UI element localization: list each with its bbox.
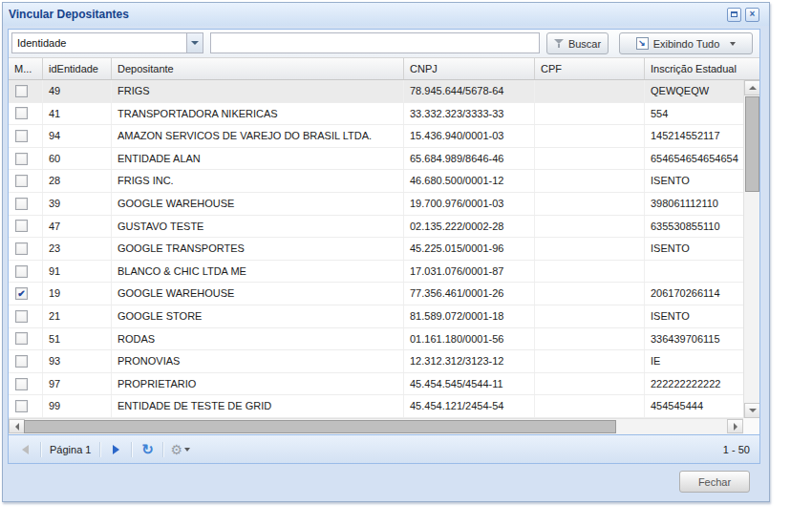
column-header-cnpj[interactable]: CNPJ bbox=[404, 58, 535, 79]
cell-inscricao_estadual: 206170266114 bbox=[645, 283, 743, 305]
row-select-cell bbox=[9, 103, 43, 125]
cell-cnpj: 45.454.545/4544-11 bbox=[404, 373, 535, 395]
buscar-button[interactable]: Buscar bbox=[546, 32, 609, 54]
cell-cnpj: 78.945.644/5678-64 bbox=[404, 80, 535, 102]
row-checkbox-checked[interactable]: ✔ bbox=[15, 287, 28, 300]
table-row[interactable]: ✔19GOOGLE WAREHOUSE77.356.461/0001-26206… bbox=[9, 283, 743, 305]
cell-identidade: 49 bbox=[43, 80, 112, 102]
cell-cpf bbox=[535, 148, 645, 170]
next-page-button[interactable] bbox=[107, 441, 124, 458]
column-header-cpf[interactable]: CPF bbox=[535, 58, 645, 79]
column-header-identidade[interactable]: idEntidade bbox=[43, 58, 112, 79]
row-select-cell bbox=[9, 238, 43, 260]
row-select-cell bbox=[9, 305, 43, 327]
combo-trigger-button[interactable] bbox=[186, 33, 203, 53]
scroll-up-button[interactable] bbox=[744, 80, 760, 95]
cell-cpf bbox=[535, 373, 645, 395]
table-row[interactable]: 49FRIGS78.945.644/5678-64QEWQEQW bbox=[9, 80, 743, 103]
gear-icon: ⚙ bbox=[170, 443, 182, 456]
row-checkbox-unchecked[interactable] bbox=[15, 310, 28, 323]
cell-cpf bbox=[535, 261, 645, 283]
cell-depositante: GOOGLE TRANSPORTES bbox=[112, 238, 404, 260]
table-row[interactable]: 60ENTIDADE ALAN65.684.989/8646-466546546… bbox=[9, 148, 743, 171]
row-checkbox-unchecked[interactable] bbox=[15, 242, 28, 255]
exibindo-tudo-button[interactable]: ↘ Exibindo Tudo bbox=[619, 32, 753, 54]
table-row[interactable]: 28FRIGS INC.46.680.500/0001-12ISENTO bbox=[9, 170, 743, 193]
settings-menu-button[interactable]: ⚙ bbox=[170, 443, 190, 456]
row-checkbox-unchecked[interactable] bbox=[15, 355, 28, 368]
cell-depositante: GOOGLE STORE bbox=[112, 305, 404, 327]
table-row[interactable]: 23GOOGLE TRANSPORTES45.225.015/0001-96IS… bbox=[9, 238, 743, 261]
horizontal-scrollbar-thumb[interactable] bbox=[24, 420, 616, 433]
table-row[interactable]: 94AMAZON SERVICOS DE VAREJO DO BRASIL LT… bbox=[9, 125, 743, 148]
vertical-scrollbar-thumb[interactable] bbox=[745, 96, 759, 192]
scroll-left-button[interactable] bbox=[9, 419, 25, 433]
column-header-inscricao-estadual[interactable]: Inscrição Estadual bbox=[645, 58, 759, 79]
cell-inscricao_estadual: 635530855110 bbox=[645, 216, 743, 238]
row-select-cell bbox=[9, 216, 43, 238]
cell-depositante: PRONOVIAS bbox=[112, 350, 404, 372]
refresh-button[interactable]: ↻ bbox=[139, 441, 156, 458]
cell-inscricao_estadual: ISENTO bbox=[645, 305, 743, 327]
cell-depositante: FRIGS bbox=[112, 80, 404, 102]
row-select-cell bbox=[9, 80, 43, 102]
cell-cnpj: 46.680.500/0001-12 bbox=[404, 170, 535, 192]
buscar-button-label: Buscar bbox=[568, 38, 601, 50]
refresh-icon: ↻ bbox=[141, 442, 154, 456]
row-checkbox-unchecked[interactable] bbox=[15, 153, 28, 165]
vincular-depositantes-window: Vincular Depositantes × Identidade Busca… bbox=[2, 2, 770, 502]
filter-field-combo[interactable]: Identidade bbox=[11, 32, 203, 53]
cell-cnpj: 77.356.461/0001-26 bbox=[404, 283, 535, 305]
cell-cnpj: 81.589.072/0001-18 bbox=[404, 305, 535, 327]
row-checkbox-unchecked[interactable] bbox=[15, 265, 28, 278]
window-titlebar[interactable]: Vincular Depositantes × bbox=[3, 3, 769, 26]
cell-identidade: 23 bbox=[43, 238, 112, 260]
table-row[interactable]: 47GUSTAVO TESTE02.135.222/0002-286355308… bbox=[9, 216, 743, 239]
previous-page-button[interactable] bbox=[16, 441, 33, 458]
next-page-icon bbox=[113, 445, 119, 454]
cell-depositante: TRANSPORTADORA NIKERICAS bbox=[112, 103, 404, 125]
row-checkbox-unchecked[interactable] bbox=[15, 198, 28, 210]
search-input[interactable] bbox=[210, 32, 540, 53]
table-row[interactable]: 41TRANSPORTADORA NIKERICAS33.332.323/333… bbox=[9, 103, 743, 126]
arrow-down-icon bbox=[749, 409, 757, 412]
row-checkbox-unchecked[interactable] bbox=[15, 378, 28, 390]
cell-cnpj: 02.135.222/0002-28 bbox=[404, 216, 535, 238]
search-toolbar: Identidade Buscar ↘ Exibindo Tudo bbox=[9, 30, 759, 58]
row-checkbox-unchecked[interactable] bbox=[15, 175, 28, 187]
close-icon: × bbox=[750, 10, 756, 19]
table-row[interactable]: 93PRONOVIAS12.312.312/3123-12IE bbox=[9, 350, 743, 373]
scroll-down-button[interactable] bbox=[744, 403, 760, 418]
close-button[interactable]: × bbox=[745, 8, 759, 22]
chevron-down-icon bbox=[191, 41, 199, 45]
cell-cpf bbox=[535, 350, 645, 372]
maximize-button[interactable] bbox=[727, 8, 741, 22]
cell-inscricao_estadual: 145214552117 bbox=[645, 125, 743, 147]
cell-cnpj: 19.700.976/0001-03 bbox=[404, 193, 535, 215]
fechar-button[interactable]: Fechar bbox=[679, 471, 750, 493]
toolbar-separator bbox=[40, 442, 41, 457]
row-checkbox-unchecked[interactable] bbox=[15, 400, 28, 412]
row-checkbox-unchecked[interactable] bbox=[15, 220, 28, 232]
scroll-right-button[interactable] bbox=[727, 419, 743, 433]
desktop-background: Vincular Depositantes × Identidade Busca… bbox=[0, 0, 812, 526]
table-row[interactable]: 97PROPRIETARIO45.454.545/4544-1122222222… bbox=[9, 373, 743, 396]
cell-inscricao_estadual: 222222222222 bbox=[645, 373, 743, 395]
table-row[interactable]: 51RODAS01.161.180/0001-56336439706115 bbox=[9, 328, 743, 351]
row-checkbox-unchecked[interactable] bbox=[15, 107, 28, 119]
column-header-depositante[interactable]: Depositante bbox=[112, 58, 404, 79]
row-checkbox-unchecked[interactable] bbox=[15, 85, 28, 97]
table-row[interactable]: 91BLANCO & CHIC LTDA ME17.031.076/0001-8… bbox=[9, 261, 743, 284]
cell-inscricao_estadual: 398061112110 bbox=[645, 193, 743, 215]
cell-depositante: AMAZON SERVICOS DE VAREJO DO BRASIL LTDA… bbox=[112, 125, 404, 147]
cell-inscricao_estadual: 654654654654654 bbox=[645, 148, 743, 170]
cell-inscricao_estadual: 454545444 bbox=[645, 395, 743, 417]
cell-inscricao_estadual: ISENTO bbox=[645, 238, 743, 260]
table-row[interactable]: 21GOOGLE STORE81.589.072/0001-18ISENTO bbox=[9, 305, 743, 328]
table-row[interactable]: 99ENTIDADE DE TESTE DE GRID45.454.121/24… bbox=[9, 395, 743, 418]
filter-field-combo-value: Identidade bbox=[12, 37, 186, 49]
table-row[interactable]: 39GOOGLE WAREHOUSE19.700.976/0001-033980… bbox=[9, 193, 743, 216]
column-header-marcar[interactable]: M... bbox=[9, 58, 43, 79]
row-checkbox-unchecked[interactable] bbox=[15, 130, 28, 142]
row-checkbox-unchecked[interactable] bbox=[15, 332, 28, 345]
